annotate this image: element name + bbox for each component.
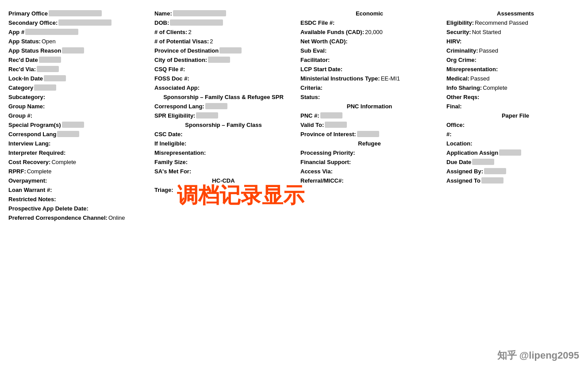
field-label: HIRV: bbox=[446, 38, 461, 45]
field-label: Facilitator: bbox=[300, 57, 330, 63]
field-label: Preferred Correspondence Channel: bbox=[8, 214, 108, 221]
section-header: PNC Information bbox=[300, 103, 438, 110]
redacted-value: ▓▓▓ bbox=[44, 75, 66, 81]
field-row: CSQ File #: bbox=[153, 65, 294, 74]
section-header: Economic bbox=[300, 10, 438, 17]
field-label: Loan Warrant #: bbox=[8, 187, 52, 193]
field-row: Interview Lang: bbox=[7, 139, 148, 148]
field-row: Assigned To▓▓▓ bbox=[445, 176, 586, 185]
field-row: Eligibility:Recommend Passed bbox=[445, 18, 586, 27]
field-row: Cost Recovery:Complete bbox=[7, 157, 148, 167]
field-label: LCP Start Date: bbox=[300, 66, 342, 73]
field-row: SA's Met For: bbox=[153, 167, 294, 176]
redacted-value: ▓▓▓ bbox=[205, 103, 227, 109]
main-grid: Primary Office▓▓▓Secondary Office:▓▓▓App… bbox=[4, 9, 584, 222]
column-1: Primary Office▓▓▓Secondary Office:▓▓▓App… bbox=[4, 9, 150, 222]
column-2: Name:▓▓▓DOB:▓▓▓# of Clients:2# of Potent… bbox=[150, 9, 296, 222]
field-label: SA's Met For: bbox=[154, 168, 191, 175]
field-row: Group Name: bbox=[7, 102, 148, 111]
field-row: HC-CDA bbox=[153, 176, 294, 185]
field-row: City of Destination:▓▓▓ bbox=[153, 55, 294, 65]
field-row: Triage: bbox=[153, 185, 294, 195]
field-label: Ministerial Instructions Type: bbox=[300, 75, 380, 82]
field-label: Status: bbox=[300, 94, 320, 100]
field-label: Assigned To bbox=[446, 177, 480, 184]
redacted-value: ▓▓▓ bbox=[57, 131, 79, 137]
field-row: Access Via: bbox=[299, 167, 440, 176]
field-value: 2 bbox=[188, 29, 191, 35]
field-value: Complete bbox=[483, 84, 507, 91]
redacted-value: ▓▓▓ bbox=[499, 149, 521, 156]
field-row: Security:Not Started bbox=[445, 27, 586, 37]
field-row: Economic bbox=[299, 9, 440, 18]
field-label: Location: bbox=[446, 140, 473, 147]
field-row: Prospective App Delete Date: bbox=[7, 204, 148, 213]
field-row: Info Sharing:Complete bbox=[445, 83, 586, 92]
field-row: Overpayment: bbox=[7, 176, 148, 185]
field-row: Associated App: bbox=[153, 83, 294, 92]
field-row: Status: bbox=[299, 92, 440, 102]
field-row: Correspond Lang:▓▓▓ bbox=[153, 102, 294, 111]
field-row: Financial Support: bbox=[299, 157, 440, 167]
field-label: Rec'd Via: bbox=[8, 66, 36, 73]
field-label: Family Size: bbox=[154, 159, 188, 165]
field-row: Criteria: bbox=[299, 83, 440, 92]
field-label: #: bbox=[446, 131, 452, 138]
field-label: If Ineligible: bbox=[154, 140, 186, 147]
field-label: Prospective App Delete Date: bbox=[8, 205, 88, 212]
field-row: Assessments bbox=[445, 9, 586, 18]
redacted-value: ▓▓▓ bbox=[219, 47, 242, 54]
field-label: Group Name: bbox=[8, 103, 45, 110]
field-label: Available Funds (CAD): bbox=[300, 29, 364, 35]
field-row: Restricted Notes: bbox=[7, 195, 148, 204]
field-label: Category bbox=[8, 84, 33, 91]
section-header: Sponsorship – Family Class & Refugee SPR bbox=[154, 94, 292, 100]
field-label: Financial Support: bbox=[300, 159, 351, 165]
field-label: Name: bbox=[154, 10, 172, 17]
field-label: SPR Eligibility: bbox=[154, 112, 195, 119]
field-value: Recommend Passed bbox=[475, 19, 528, 26]
section-header: HC-CDA bbox=[154, 177, 292, 184]
field-label: CSC Date: bbox=[154, 131, 183, 138]
redacted-value: ▓▓▓ bbox=[62, 122, 84, 128]
field-row: Group #: bbox=[7, 111, 148, 120]
field-row: SPR Eligibility:▓▓▓ bbox=[153, 111, 294, 120]
field-label: Group #: bbox=[8, 112, 32, 119]
redacted-value: ▓▓▓ bbox=[58, 19, 111, 26]
field-row: App Status:Open bbox=[7, 37, 148, 46]
field-row: Rec'd Date▓▓▓ bbox=[7, 55, 148, 65]
field-row: Final: bbox=[445, 102, 586, 111]
field-row: Other Reqs: bbox=[445, 92, 586, 102]
redacted-value: ▓▓▓ bbox=[39, 57, 61, 63]
field-row: CSC Date: bbox=[153, 130, 294, 139]
field-row: Sponsorship – Family Class bbox=[153, 120, 294, 130]
field-row: Family Size: bbox=[153, 157, 294, 167]
section-header: Refugee bbox=[300, 140, 438, 147]
field-label: Secondary Office: bbox=[8, 19, 58, 26]
field-label: App # bbox=[8, 29, 24, 35]
field-row: Office: bbox=[445, 120, 586, 130]
field-label: FOSS Doc #: bbox=[154, 75, 189, 82]
field-label: Final: bbox=[446, 103, 462, 110]
field-value: Open bbox=[42, 38, 56, 45]
field-label: Misrepresentation: bbox=[446, 66, 498, 73]
redacted-value: ▓▓▓ bbox=[481, 177, 503, 184]
field-label: App Status: bbox=[8, 38, 41, 45]
field-label: Referral/MICC#: bbox=[300, 177, 344, 184]
field-row: Facilitator: bbox=[299, 55, 440, 65]
watermark: 知乎 @lipeng2095 bbox=[497, 349, 579, 362]
field-label: PNC #: bbox=[300, 112, 319, 119]
field-label: Criteria: bbox=[300, 84, 323, 91]
field-label: Correspond Lang: bbox=[154, 103, 204, 110]
redacted-value: ▓▓▓ bbox=[357, 131, 379, 137]
field-row: Misrepresentation: bbox=[153, 148, 294, 157]
field-value: Complete bbox=[27, 168, 52, 175]
field-label: Other Reqs: bbox=[446, 94, 479, 100]
field-label: City of Destination: bbox=[154, 57, 207, 63]
field-row: Refugee bbox=[299, 139, 440, 148]
field-row: Rec'd Via:▓▓▓ bbox=[7, 65, 148, 74]
redacted-value: ▓▓▓ bbox=[173, 10, 226, 16]
field-value: Online bbox=[108, 214, 125, 221]
field-label: Medical: bbox=[446, 75, 469, 82]
field-label: Assigned By: bbox=[446, 168, 483, 175]
